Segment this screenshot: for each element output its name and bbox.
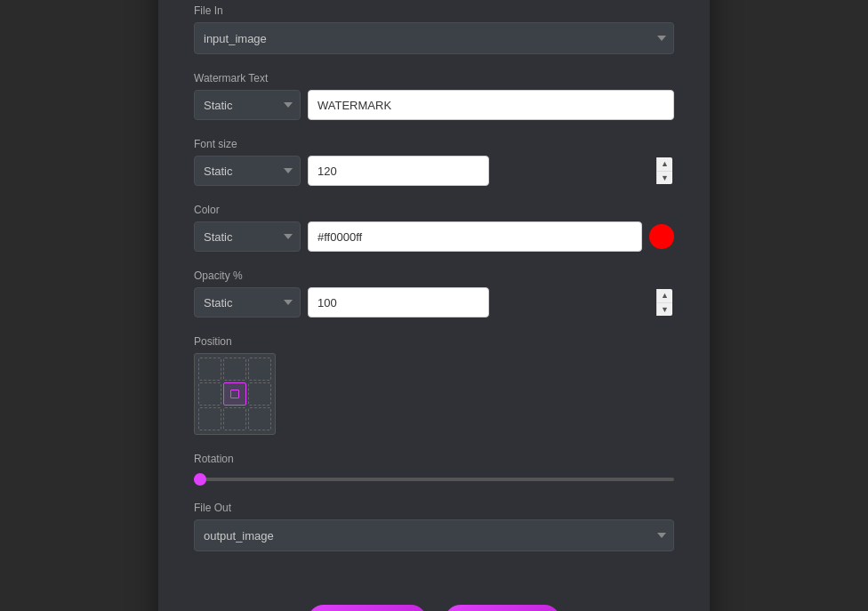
color-type-select[interactable]: Static Dynamic [194,221,301,252]
rotation-slider[interactable] [194,478,674,481]
font-size-number-wrapper: ▲ ▼ [308,156,674,186]
position-top-center[interactable] [223,358,246,381]
color-label: Color [194,204,674,216]
watermark-text-type-select[interactable]: Static Dynamic [194,90,301,120]
file-in-select-wrapper: input_image [194,22,674,54]
position-label: Position [194,335,674,348]
position-bottom-center[interactable] [223,407,246,430]
color-row: Static Dynamic [194,221,674,252]
opacity-row: Static Dynamic ▲ ▼ [194,287,674,318]
file-out-select[interactable]: output_image [194,519,674,551]
color-value-input[interactable] [308,221,642,252]
opacity-up-button[interactable]: ▲ [657,289,672,303]
next-button[interactable]: Next [445,605,560,611]
file-out-label: File Out [194,502,674,514]
color-swatch-button[interactable] [649,224,674,249]
dialog-body: File In input_image Watermark Text Stati… [158,0,710,587]
font-size-label: Font size [194,138,674,150]
opacity-type-select[interactable]: Static Dynamic [194,287,301,318]
watermark-text-label: Watermark Text [194,72,674,84]
file-in-group: File In input_image [194,4,674,54]
font-size-spinners: ▲ ▼ [656,157,672,184]
position-middle-left[interactable] [198,382,221,406]
position-middle-right[interactable] [248,382,271,406]
watermark-text-input[interactable] [308,90,674,120]
font-size-up-button[interactable]: ▲ [657,157,672,172]
opacity-spinners: ▲ ▼ [656,289,672,316]
opacity-down-button[interactable]: ▼ [657,303,672,317]
color-group: Color Static Dynamic [194,204,674,252]
position-group: Position [194,335,674,435]
font-size-input[interactable] [308,156,489,186]
font-size-type-select[interactable]: Static Dynamic [194,156,301,186]
rotation-label: Rotation [194,453,674,465]
watermark-text-group: Watermark Text Static Dynamic [194,72,674,120]
position-grid [194,353,276,435]
font-size-group: Font size Static Dynamic ▲ ▼ [194,138,674,186]
file-out-select-wrapper: output_image [194,519,674,551]
font-size-row: Static Dynamic ▲ ▼ [194,156,674,186]
opacity-input[interactable] [308,287,489,318]
position-bottom-left[interactable] [198,407,221,430]
file-in-label: File In [194,4,674,17]
opacity-group: Opacity % Static Dynamic ▲ ▼ [194,269,674,318]
position-top-right[interactable] [248,358,271,381]
rotation-group: Rotation [194,453,674,484]
opacity-label: Opacity % [194,269,674,282]
file-out-group: File Out output_image [194,502,674,551]
position-bottom-right[interactable] [248,407,271,430]
back-button[interactable]: Back [308,605,426,611]
position-top-left[interactable] [198,358,221,381]
font-size-down-button[interactable]: ▼ [657,172,672,185]
add-node-dialog: Add Node / Image Watermark × File In inp… [158,0,710,611]
position-middle-center[interactable] [223,382,246,406]
watermark-text-row: Static Dynamic [194,90,674,120]
opacity-number-wrapper: ▲ ▼ [308,287,674,318]
file-in-select[interactable]: input_image [194,22,674,54]
dialog-footer: Back Next [158,587,710,611]
